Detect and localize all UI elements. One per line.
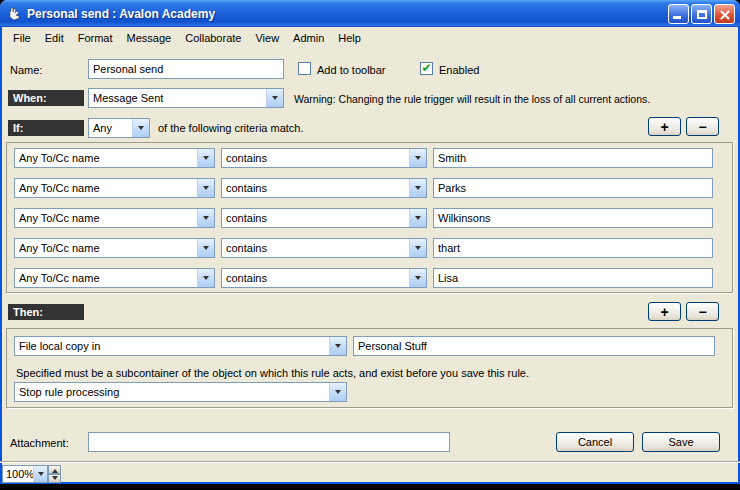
menu-file[interactable]: File xyxy=(6,29,38,47)
zoom-value: 100% xyxy=(6,468,34,480)
criteria-field-select[interactable]: Any To/Cc name xyxy=(14,178,215,198)
criteria-field-select[interactable]: Any To/Cc name xyxy=(14,148,215,168)
criteria-operator-value: contains xyxy=(226,212,267,224)
menu-collaborate[interactable]: Collaborate xyxy=(178,29,248,47)
chevron-down-icon xyxy=(52,476,58,483)
status-separator xyxy=(0,461,740,463)
chevron-down-icon xyxy=(409,179,426,197)
save-button[interactable]: Save xyxy=(642,432,720,452)
menu-admin[interactable]: Admin xyxy=(286,29,331,47)
cancel-button[interactable]: Cancel xyxy=(556,432,634,452)
action-select-value: File local copy in xyxy=(19,340,100,352)
when-select[interactable]: Message Sent xyxy=(88,88,284,108)
rule-icon xyxy=(6,6,23,22)
criteria-field-select[interactable]: Any To/Cc name xyxy=(14,208,215,228)
enabled-checkbox[interactable]: ✔ xyxy=(420,62,433,75)
menu-message[interactable]: Message xyxy=(120,29,179,47)
action-target-input[interactable] xyxy=(353,336,715,356)
minimize-icon xyxy=(673,16,681,19)
if-match-value: Any xyxy=(93,122,112,134)
check-icon: ✔ xyxy=(421,63,431,74)
action2-select[interactable]: Stop rule processing xyxy=(14,382,347,402)
criteria-operator-value: contains xyxy=(226,182,267,194)
criteria-field-value: Any To/Cc name xyxy=(19,152,100,164)
spin-up-button[interactable] xyxy=(48,465,61,474)
criteria-operator-value: contains xyxy=(226,272,267,284)
add-action-button[interactable]: + xyxy=(648,302,681,321)
menu-bar: File Edit Format Message Collaborate Vie… xyxy=(2,27,738,48)
criteria-operator-select[interactable]: contains xyxy=(221,178,427,198)
criteria-field-value: Any To/Cc name xyxy=(19,212,100,224)
screen: Personal send : Avalon Academy File Edit… xyxy=(0,0,740,490)
if-match-select[interactable]: Any xyxy=(88,118,150,138)
remove-action-button[interactable]: − xyxy=(686,302,719,321)
spin-down-button[interactable] xyxy=(48,474,61,483)
chevron-down-icon xyxy=(197,269,214,287)
name-label: Name: xyxy=(10,64,42,76)
name-input[interactable] xyxy=(88,59,284,79)
criteria-value-input[interactable] xyxy=(433,208,713,228)
when-select-value: Message Sent xyxy=(93,92,163,104)
chevron-down-icon xyxy=(132,119,149,137)
criteria-field-select[interactable]: Any To/Cc name xyxy=(14,238,215,258)
action-select[interactable]: File local copy in xyxy=(14,336,347,356)
criteria-value-input[interactable] xyxy=(433,268,713,288)
when-tag: When: xyxy=(8,90,84,106)
add-to-toolbar-checkbox[interactable] xyxy=(298,62,311,75)
title-bar[interactable]: Personal send : Avalon Academy xyxy=(0,0,740,27)
criteria-group: Any To/Cc name contains Any To/Cc name c… xyxy=(6,142,733,293)
criteria-field-value: Any To/Cc name xyxy=(19,272,100,284)
actions-group: File local copy in Specified must be a s… xyxy=(6,328,733,408)
criteria-operator-select[interactable]: contains xyxy=(221,148,427,168)
criteria-value-input[interactable] xyxy=(433,238,713,258)
caption-buttons xyxy=(668,4,735,24)
criteria-operator-select[interactable]: contains xyxy=(221,238,427,258)
action2-select-value: Stop rule processing xyxy=(19,386,119,398)
criteria-operator-value: contains xyxy=(226,152,267,164)
criteria-field-value: Any To/Cc name xyxy=(19,182,100,194)
chevron-down-icon xyxy=(197,149,214,167)
minimize-button[interactable] xyxy=(668,4,689,24)
menu-edit[interactable]: Edit xyxy=(38,29,71,47)
rule-editor-window: Personal send : Avalon Academy File Edit… xyxy=(0,0,740,484)
enabled-label: Enabled xyxy=(439,64,479,76)
criteria-operator-select[interactable]: contains xyxy=(221,208,427,228)
close-button[interactable] xyxy=(714,4,735,24)
chevron-down-icon xyxy=(409,209,426,227)
chevron-down-icon xyxy=(409,269,426,287)
then-tag: Then: xyxy=(8,304,84,320)
criteria-value-input[interactable] xyxy=(433,148,713,168)
criteria-value-input[interactable] xyxy=(433,178,713,198)
if-tag: If: xyxy=(8,120,84,136)
chevron-down-icon xyxy=(197,209,214,227)
chevron-down-icon xyxy=(409,149,426,167)
criteria-operator-value: contains xyxy=(226,242,267,254)
window-title: Personal send : Avalon Academy xyxy=(27,7,215,21)
chevron-down-icon xyxy=(33,466,47,482)
chevron-down-icon xyxy=(197,179,214,197)
criteria-field-value: Any To/Cc name xyxy=(19,242,100,254)
maximize-button[interactable] xyxy=(691,4,712,24)
attachment-label: Attachment: xyxy=(10,437,69,449)
zoom-select[interactable]: 100% xyxy=(2,465,48,483)
chevron-up-icon xyxy=(52,466,58,473)
maximize-icon xyxy=(697,10,707,19)
menu-view[interactable]: View xyxy=(248,29,286,47)
chevron-down-icon xyxy=(329,337,346,355)
when-warning: Warning: Changing the rule trigger will … xyxy=(294,93,650,105)
menu-format[interactable]: Format xyxy=(71,29,120,47)
remove-criteria-button[interactable]: − xyxy=(686,117,719,136)
chevron-down-icon xyxy=(266,89,283,107)
chevron-down-icon xyxy=(197,239,214,257)
menu-help[interactable]: Help xyxy=(331,29,368,47)
if-suffix-label: of the following criteria match. xyxy=(158,122,304,134)
action-note: Specified must be a subcontainer of the … xyxy=(16,367,529,379)
criteria-field-select[interactable]: Any To/Cc name xyxy=(14,268,215,288)
criteria-operator-select[interactable]: contains xyxy=(221,268,427,288)
chevron-down-icon xyxy=(329,383,346,401)
add-criteria-button[interactable]: + xyxy=(648,117,681,136)
chevron-down-icon xyxy=(409,239,426,257)
attachment-input[interactable] xyxy=(88,432,450,452)
add-to-toolbar-label: Add to toolbar xyxy=(317,64,386,76)
zoom-spinner xyxy=(48,465,61,483)
